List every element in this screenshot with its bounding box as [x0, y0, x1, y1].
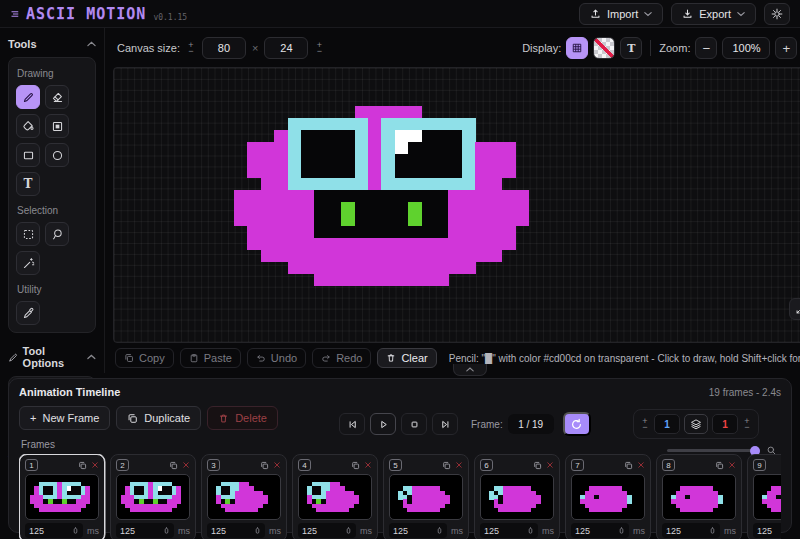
frame-delete-icon[interactable] — [546, 461, 554, 469]
fill-tool-button[interactable] — [16, 114, 40, 138]
frame-duplicate-icon[interactable] — [169, 461, 178, 470]
frame-delete-icon[interactable] — [273, 461, 281, 469]
transparency-display-toggle[interactable] — [593, 37, 615, 59]
frame-duplicate-icon[interactable] — [442, 461, 451, 470]
frame-duplicate-icon[interactable] — [533, 461, 542, 470]
frame-delete-icon[interactable] — [637, 461, 645, 469]
lasso-tool-button[interactable] — [45, 222, 69, 246]
frame-card[interactable]: 5 125 ms — [383, 454, 469, 539]
frame-duration-input[interactable]: 125 — [571, 523, 629, 538]
frame-card[interactable]: 2 125 ms — [110, 454, 196, 539]
onion-next-count[interactable]: 1 — [712, 414, 738, 434]
frame-duration-unit: ms — [360, 526, 372, 536]
frame-duration-input[interactable]: 125 — [25, 523, 83, 538]
eyedropper-icon — [22, 307, 35, 320]
frame-card[interactable]: 4 125 ms — [292, 454, 378, 539]
canvas-width-stepper[interactable]: +− — [186, 42, 196, 54]
copy-icon — [442, 461, 451, 470]
eyedropper-tool-button[interactable] — [16, 301, 40, 325]
timeline-summary: 19 frames - 2.4s — [709, 387, 781, 398]
canvas-width-input[interactable]: 80 — [202, 37, 246, 59]
frame-delete-icon[interactable] — [182, 461, 190, 469]
grid-display-toggle[interactable] — [566, 37, 588, 59]
frame-thumbnail[interactable] — [571, 474, 645, 520]
onion-prev-count[interactable]: 1 — [654, 414, 680, 434]
zoom-out-button[interactable]: − — [695, 37, 717, 59]
export-button[interactable]: Export — [671, 3, 756, 25]
delete-frame-button[interactable]: Delete — [207, 406, 278, 430]
frame-thumbnail[interactable] — [298, 474, 372, 520]
frame-thumbnail[interactable] — [480, 474, 554, 520]
stop-button[interactable] — [401, 413, 427, 435]
frame-card[interactable]: 7 125 ms — [565, 454, 651, 539]
slider-track[interactable] — [667, 449, 760, 452]
frame-thumbnail[interactable] — [207, 474, 281, 520]
tool-options-header[interactable]: Tool Options — [8, 345, 96, 369]
frame-duplicate-icon[interactable] — [260, 461, 269, 470]
redo-button[interactable]: Redo — [312, 348, 371, 368]
clear-button[interactable]: Clear — [377, 348, 436, 368]
first-frame-button[interactable] — [339, 413, 365, 435]
frame-tool-button[interactable] — [45, 114, 69, 138]
frame-card[interactable]: 6 125 ms — [474, 454, 560, 539]
frame-duration-input[interactable]: 125 — [116, 523, 174, 538]
pencil-tool-button[interactable] — [16, 85, 40, 109]
rectangle-tool-button[interactable] — [16, 143, 40, 167]
frame-duration-input[interactable]: 125 — [753, 523, 781, 538]
canvas-height-stepper[interactable]: +− — [314, 42, 324, 54]
frame-thumbnail[interactable] — [25, 474, 99, 520]
frame-card[interactable]: 1 125 ms — [19, 454, 105, 539]
text-tool-button[interactable]: T — [16, 172, 40, 196]
frame-duration-input[interactable]: 125 — [207, 523, 265, 538]
frame-duplicate-icon[interactable] — [351, 461, 360, 470]
frame-duration-input[interactable]: 125 — [662, 523, 720, 538]
zoom-in-button[interactable]: + — [775, 37, 797, 59]
frame-duplicate-icon[interactable] — [624, 461, 633, 470]
last-frame-button[interactable] — [432, 413, 458, 435]
char-display-toggle[interactable]: T — [620, 37, 642, 59]
paste-label: Paste — [204, 352, 232, 364]
frame-duplicate-icon[interactable] — [715, 461, 724, 470]
frame-delete-icon[interactable] — [728, 461, 736, 469]
frame-duplicate-icon[interactable] — [78, 461, 87, 470]
ellipse-tool-button[interactable] — [45, 143, 69, 167]
frame-card[interactable]: 3 125 ms — [201, 454, 287, 539]
frame-card[interactable]: 8 125 ms — [656, 454, 742, 539]
frame-delete-icon[interactable] — [364, 461, 372, 469]
frame-thumbnail[interactable] — [753, 474, 781, 520]
frame-delete-icon[interactable] — [455, 461, 463, 469]
frame-thumbnail[interactable] — [389, 474, 463, 520]
frame-card[interactable]: 9 125 ms — [747, 454, 781, 539]
canvas-height-input[interactable]: 24 — [264, 37, 308, 59]
canvas-expand-handle[interactable] — [789, 298, 800, 320]
frame-delete-icon[interactable] — [91, 461, 99, 469]
frame-duration-input[interactable]: 125 — [298, 523, 356, 538]
frame-thumbnail[interactable] — [662, 474, 736, 520]
new-frame-button[interactable]: + New Frame — [19, 406, 110, 430]
tools-header[interactable]: Tools — [8, 38, 96, 50]
paste-button[interactable]: Paste — [180, 348, 241, 368]
undo-button[interactable]: Undo — [247, 348, 306, 368]
frame-duration-unit: ms — [724, 526, 736, 536]
canvas-art[interactable] — [234, 106, 529, 286]
loop-button[interactable] — [563, 412, 591, 436]
magic-wand-tool-button[interactable] — [16, 251, 40, 275]
eraser-tool-button[interactable] — [45, 85, 69, 109]
duplicate-frame-button[interactable]: Duplicate — [116, 406, 201, 430]
frame-number-badge: 5 — [389, 459, 402, 471]
copy-button[interactable]: Copy — [115, 348, 174, 368]
onion-next-stepper[interactable]: +− — [742, 418, 752, 430]
onion-skin-toggle[interactable] — [684, 414, 708, 434]
zoom-label: Zoom: — [659, 42, 690, 54]
frame-duration-input[interactable]: 125 — [480, 523, 538, 538]
frame-duration-input[interactable]: 125 — [389, 523, 447, 538]
frame-thumbnail[interactable] — [116, 474, 190, 520]
drawing-canvas[interactable] — [113, 67, 800, 343]
theme-toggle-button[interactable] — [764, 3, 790, 25]
import-button[interactable]: Import — [579, 3, 663, 25]
timeline-collapse-handle[interactable] — [453, 364, 487, 376]
onion-prev-stepper[interactable]: +− — [640, 418, 650, 430]
tools-sidebar: Tools Drawing — [0, 28, 104, 373]
select-tool-button[interactable] — [16, 222, 40, 246]
play-button[interactable] — [370, 413, 396, 435]
